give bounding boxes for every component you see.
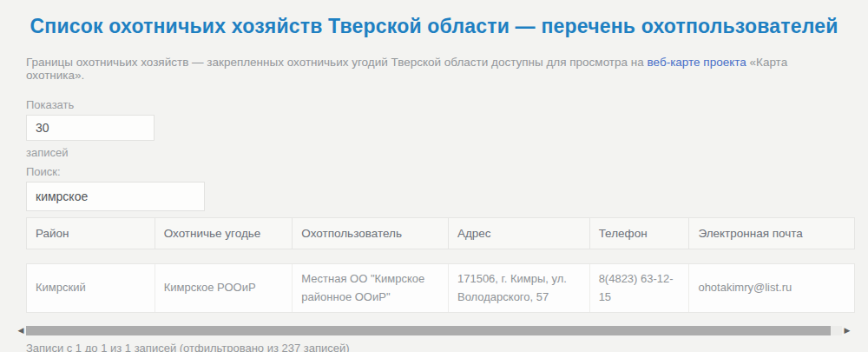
web-map-link[interactable]: веб-карте проекта <box>648 56 746 69</box>
cell-hunting-ground: Кимрское РООиР <box>155 264 293 312</box>
cell-hunting-user: Местная ОО "Кимрское районное ООиР" <box>293 264 449 312</box>
cell-address: 171506, г. Кимры, ул. Володарского, 57 <box>449 264 590 312</box>
column-header-email[interactable]: Электронная почта <box>689 218 854 249</box>
scroll-right-arrow-icon[interactable]: ▶ <box>842 325 852 335</box>
scroll-left-arrow-icon[interactable]: ◀ <box>16 325 26 335</box>
scrollbar-track[interactable] <box>26 326 842 335</box>
length-label-before: Показать <box>26 98 842 111</box>
column-header-district[interactable]: Район <box>27 218 155 249</box>
cell-district: Кимрский <box>27 264 155 312</box>
column-header-hunting-user[interactable]: Охотпользователь <box>293 218 449 249</box>
intro-text: Границы охотничьих хозяйств — закрепленн… <box>26 56 842 82</box>
cell-phone: 8(4823) 63-12-15 <box>590 264 690 312</box>
table-header-row: Район Охотничье угодье Охотпользователь … <box>26 217 855 249</box>
search-label: Поиск: <box>26 165 842 178</box>
page-title: Список охотничьих хозяйств Тверской обла… <box>26 15 842 38</box>
scrollbar-thumb[interactable] <box>26 326 831 335</box>
page-length-input[interactable] <box>26 115 155 141</box>
intro-before-link: Границы охотничьих хозяйств — закрепленн… <box>26 56 648 69</box>
cell-email: ohotakimry@list.ru <box>689 264 854 312</box>
page-container: Список охотничьих хозяйств Тверской обла… <box>0 15 868 352</box>
results-table: Район Охотничье угодье Охотпользователь … <box>26 217 855 313</box>
length-label-after: записей <box>26 146 842 159</box>
search-input[interactable] <box>26 182 205 211</box>
records-info: Записи с 1 до 1 из 1 записей (отфильтров… <box>26 342 842 352</box>
column-header-hunting-ground[interactable]: Охотничье угодье <box>155 218 293 249</box>
horizontal-scrollbar[interactable]: ◀ ▶ <box>16 325 852 335</box>
table-row: Кимрский Кимрское РООиР Местная ОО "Кимр… <box>26 263 855 313</box>
column-header-address[interactable]: Адрес <box>449 218 590 249</box>
column-header-phone[interactable]: Телефон <box>590 218 690 249</box>
